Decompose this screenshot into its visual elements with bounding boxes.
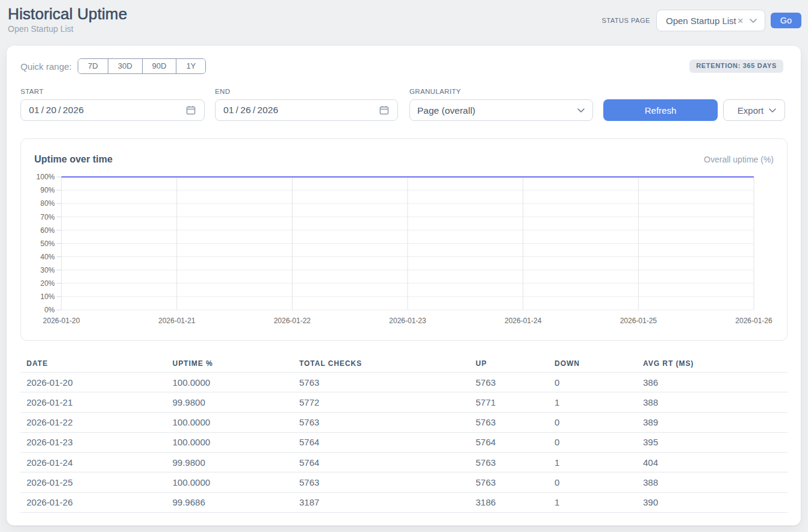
x-axis-label: 2026-01-21 — [158, 317, 196, 325]
status-page-value: Open Startup List — [666, 16, 736, 26]
filters-row: START 01 / 20 / 2026 END 01 / 26 / 2026 … — [20, 88, 788, 121]
granularity-select-wrap: Page (overall) — [409, 99, 593, 121]
table-cell: 395 — [637, 432, 788, 452]
y-axis-label: 90% — [40, 186, 55, 194]
granularity-select[interactable]: Page (overall) — [409, 99, 593, 121]
end-date-value: 01 / 26 / 2026 — [223, 105, 379, 116]
x-axis-label: 2026-01-26 — [735, 317, 772, 325]
status-page-label: STATUS PAGE — [601, 17, 650, 24]
table-header-row: DATEUPTIME %TOTAL CHECKSUPDOWNAVG RT (MS… — [20, 351, 788, 373]
table-cell: 388 — [637, 472, 788, 492]
start-date-input[interactable]: 01 / 20 / 2026 — [20, 99, 205, 121]
y-axis-label: 30% — [40, 266, 55, 274]
table-cell: 0 — [549, 432, 637, 452]
table-cell: 386 — [637, 373, 788, 392]
table-cell: 100.0000 — [167, 373, 294, 392]
table-cell: 2026-01-24 — [20, 453, 167, 472]
end-field: END 01 / 26 / 2026 — [215, 88, 398, 121]
status-page-picker: STATUS PAGE Open Startup List × Go — [601, 10, 801, 31]
page-header: Historical Uptime Open Startup List STAT… — [0, 0, 808, 46]
table-cell: 2026-01-23 — [20, 432, 167, 452]
table-cell: 2026-01-21 — [20, 392, 167, 412]
go-button[interactable]: Go — [771, 13, 801, 28]
column-header: TOTAL CHECKS — [293, 351, 470, 373]
table-cell: 5763 — [293, 472, 470, 492]
y-axis-label: 80% — [40, 199, 55, 208]
table-cell: 5764 — [293, 432, 470, 452]
calendar-icon[interactable] — [186, 105, 196, 115]
table-cell: 5764 — [470, 432, 549, 452]
status-page-select[interactable]: Open Startup List × — [656, 10, 765, 31]
y-axis-label: 20% — [40, 279, 55, 288]
table-cell: 1 — [549, 453, 637, 472]
table-cell: 389 — [637, 412, 788, 432]
quick-range-label: Quick range: — [20, 61, 72, 72]
table-row: 2026-01-2199.9800577257711388 — [20, 392, 788, 412]
quick-range-1y[interactable]: 1Y — [176, 59, 205, 73]
table-cell: 100.0000 — [167, 412, 294, 432]
page-title: Historical Uptime — [8, 5, 127, 23]
table-cell: 5763 — [293, 373, 470, 392]
column-header: DOWN — [549, 351, 637, 373]
table-cell: 5763 — [470, 373, 549, 392]
main-card: Quick range: 7D30D90D1Y RETENTION: 365 D… — [7, 46, 801, 525]
column-header: UP — [470, 351, 549, 373]
y-axis-label: 100% — [36, 173, 55, 181]
chevron-down-icon — [750, 19, 757, 23]
x-axis-label: 2026-01-24 — [505, 317, 542, 325]
end-label: END — [215, 88, 398, 95]
table-row: 2026-01-22100.0000576357630389 — [20, 412, 788, 432]
table-cell: 0 — [549, 412, 637, 432]
clear-icon[interactable]: × — [738, 16, 744, 26]
table-cell: 5763 — [293, 412, 470, 432]
start-label: START — [20, 88, 205, 95]
quick-range-7d[interactable]: 7D — [78, 59, 108, 73]
granularity-field: GRANULARITY Page (overall) — [409, 88, 593, 121]
table-cell: 1 — [549, 492, 637, 512]
table-cell: 100.0000 — [167, 432, 294, 452]
x-axis-label: 2026-01-22 — [274, 317, 311, 325]
table-cell: 0 — [549, 373, 637, 392]
y-axis-label: 60% — [40, 226, 55, 235]
table-cell: 99.9686 — [167, 492, 294, 512]
y-axis-label: 50% — [40, 240, 55, 248]
table-cell: 0 — [549, 472, 637, 492]
column-header: AVG RT (MS) — [637, 351, 788, 373]
x-axis-label: 2026-01-25 — [620, 317, 657, 325]
table-cell: 388 — [637, 392, 788, 412]
table-row: 2026-01-25100.0000576357630388 — [20, 472, 788, 492]
quick-range-30d[interactable]: 30D — [108, 59, 143, 73]
table-cell: 390 — [637, 492, 788, 512]
x-axis-label: 2026-01-20 — [43, 317, 80, 325]
uptime-chart: 0%10%20%30%40%50%60%70%80%90%100%2026-01… — [21, 139, 787, 340]
start-field: START 01 / 20 / 2026 — [20, 88, 205, 121]
table-cell: 3187 — [293, 492, 470, 512]
y-axis-label: 10% — [40, 292, 55, 301]
table-cell: 1 — [549, 392, 637, 412]
table-cell: 99.9800 — [167, 392, 294, 412]
quick-range-group: 7D30D90D1Y — [78, 58, 206, 74]
end-date-input[interactable]: 01 / 26 / 2026 — [215, 99, 398, 121]
table-cell: 404 — [637, 453, 788, 472]
uptime-chart-card: Uptime over time Overall uptime (%) 0%10… — [20, 138, 788, 341]
quick-range-90d[interactable]: 90D — [143, 59, 177, 73]
start-date-value: 01 / 20 / 2026 — [29, 105, 186, 116]
table-cell: 2026-01-26 — [20, 492, 167, 512]
export-button[interactable]: Export — [723, 99, 785, 121]
granularity-label: GRANULARITY — [409, 88, 593, 95]
chevron-down-icon — [769, 108, 776, 113]
export-label: Export — [738, 105, 763, 116]
calendar-icon[interactable] — [379, 105, 389, 115]
table-head: DATEUPTIME %TOTAL CHECKSUPDOWNAVG RT (MS… — [20, 351, 788, 373]
table-cell: 2026-01-20 — [20, 373, 167, 392]
y-axis-label: 70% — [40, 213, 55, 221]
x-axis-label: 2026-01-23 — [389, 317, 426, 325]
table-cell: 5763 — [470, 453, 549, 472]
column-header: UPTIME % — [167, 351, 294, 373]
table-cell: 5771 — [470, 392, 549, 412]
table-cell: 5763 — [470, 412, 549, 432]
table-body: 2026-01-20100.00005763576303862026-01-21… — [20, 373, 788, 513]
table-cell: 5763 — [470, 472, 549, 492]
refresh-button[interactable]: Refresh — [603, 99, 718, 121]
table-cell: 2026-01-25 — [20, 472, 167, 492]
